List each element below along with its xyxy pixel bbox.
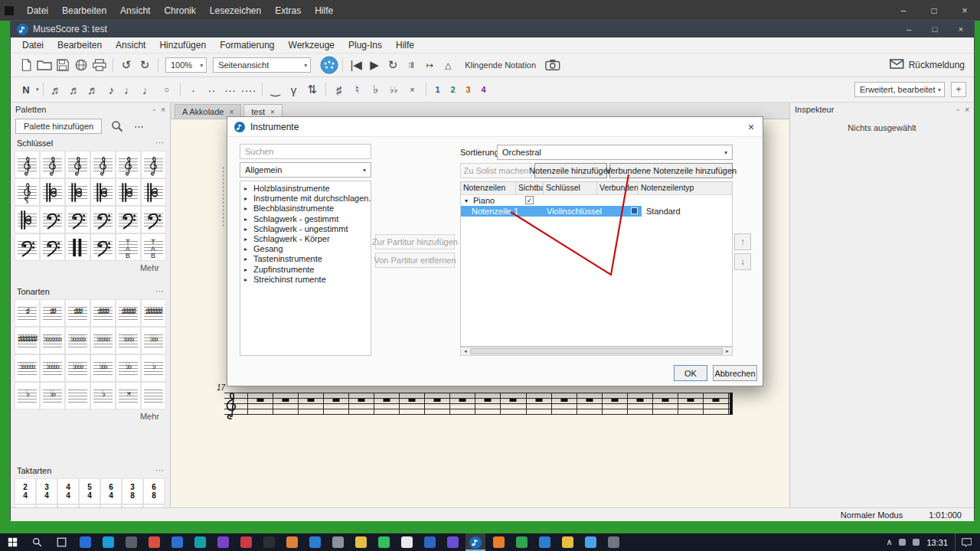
palette-cell-key-signature[interactable]: ♭♭♭	[90, 354, 116, 382]
duration-half-icon[interactable]: ♩	[139, 80, 158, 99]
taskbar-app-icon[interactable]	[511, 533, 531, 551]
repeat-icon[interactable]: ∶‖	[402, 56, 420, 74]
pan-icon[interactable]: ↦	[420, 56, 439, 74]
palette-cell-key-signature[interactable]: ×	[116, 382, 141, 409]
whole-rest[interactable]	[662, 399, 668, 402]
double-sharp-icon[interactable]: ×	[403, 80, 422, 99]
host-maximize-button[interactable]: □	[919, 0, 949, 21]
whole-rest[interactable]	[586, 399, 593, 402]
instrument-row-piano[interactable]: ▾ Piano ✓	[461, 195, 732, 206]
palette-cell-alto-clef[interactable]	[65, 178, 90, 206]
palette-cell-key-signature[interactable]: ♭♭♭♭♭	[40, 354, 65, 382]
measure[interactable]	[475, 393, 501, 415]
redo-icon[interactable]: ↻	[136, 56, 154, 74]
palette-cell-time-signature[interactable]: 98	[100, 504, 122, 507]
collapse-icon[interactable]: ▾	[465, 197, 468, 204]
palette-cell-treble8-clef[interactable]: 8	[15, 178, 40, 206]
flip-direction-icon[interactable]: ⇅	[303, 80, 322, 99]
musescore-titlebar[interactable]: MuseScore 3: test – □ ×	[11, 21, 974, 37]
taskbar-app-icon[interactable]	[190, 533, 210, 551]
whole-rest[interactable]	[384, 399, 390, 402]
taskbar-app-icon[interactable]	[488, 533, 508, 551]
palette-cell-alto-clef[interactable]	[90, 178, 116, 206]
zoom-select[interactable]: 100% ▾	[165, 57, 207, 73]
measure[interactable]	[603, 393, 628, 415]
move-staff-up-button[interactable]: ↑	[734, 233, 751, 250]
ok-button[interactable]: OK	[674, 365, 707, 381]
palette-cell-bass-clef[interactable]	[40, 206, 65, 233]
host-close-button[interactable]: ×	[949, 0, 980, 21]
taskbar-app-icon[interactable]	[420, 533, 439, 551]
close-button[interactable]: ×	[948, 21, 974, 37]
visible-checkbox[interactable]: ✓	[525, 196, 534, 204]
whole-rest[interactable]	[308, 399, 315, 402]
instrument-family[interactable]: ▸Instrumente mit durchschlagen...	[240, 194, 371, 204]
quadruple-dot-icon[interactable]: ····	[240, 80, 258, 99]
measure[interactable]	[425, 393, 450, 415]
scroll-left-icon[interactable]: ◂	[461, 347, 470, 355]
voice-1-button[interactable]: 1	[432, 83, 444, 96]
palette-cell-key-signature[interactable]: ♭♭♭♭♭♭	[65, 327, 90, 354]
add-linked-staff-button[interactable]: Verbundene Notenzeile hinzufügen	[609, 163, 733, 178]
taskbar-app-icon[interactable]	[98, 533, 118, 551]
palette-cell-key-signature[interactable]: ♭♭♭♭	[116, 327, 141, 354]
palette-cell-time-signature[interactable]: 68	[143, 478, 165, 504]
palette-cell-key-signature[interactable]	[141, 382, 166, 409]
host-menu-item[interactable]: Extras	[268, 5, 308, 16]
loop-playback-icon[interactable]: ↻	[384, 56, 402, 74]
host-menu-item[interactable]: Lesezeichen	[203, 5, 268, 16]
host-menu-item[interactable]: Ansicht	[113, 5, 157, 16]
instrument-family[interactable]: ▸Schlagwerk - gestimmt	[240, 214, 371, 224]
taskbar-app-icon[interactable]	[121, 533, 141, 551]
natural-icon[interactable]: ♮	[348, 80, 367, 99]
more-link[interactable]: Mehr	[11, 261, 170, 272]
task-view-icon[interactable]	[49, 533, 74, 551]
dialog-close-icon[interactable]: ×	[740, 117, 763, 136]
whole-rest[interactable]	[535, 399, 542, 402]
measure[interactable]	[374, 393, 400, 415]
flat-icon[interactable]: ♭	[367, 80, 385, 99]
move-staff-down-button[interactable]: ↓	[734, 253, 751, 270]
palette-cell-treble-clef[interactable]	[116, 151, 141, 178]
palette-cell-time-signature[interactable]: 54	[79, 478, 100, 504]
expand-icon[interactable]: ▸	[244, 204, 247, 214]
palette-cell-treble-clef[interactable]	[141, 151, 166, 178]
whole-rest[interactable]	[333, 399, 340, 402]
palette-cell-key-signature[interactable]: ♭♭♭	[141, 327, 166, 354]
workspace-select[interactable]: Erweitert, bearbeitet ▾	[854, 82, 945, 97]
measure[interactable]	[704, 393, 729, 415]
clock[interactable]: 13:31	[926, 538, 948, 547]
expand-icon[interactable]: ▸	[244, 254, 247, 264]
palette-cell-treble-clef[interactable]	[90, 151, 116, 178]
taskbar-app-icon[interactable]	[282, 533, 302, 551]
palette-cell-key-signature[interactable]: ♯♯	[40, 299, 65, 327]
host-menu-item[interactable]: Hilfe	[308, 5, 340, 16]
voice-3-button[interactable]: 3	[462, 83, 475, 96]
taskbar-app-icon[interactable]	[75, 533, 95, 551]
double-flat-icon[interactable]: ♭♭	[385, 80, 403, 99]
whole-rest[interactable]	[358, 399, 365, 402]
more-icon[interactable]: ⋯	[132, 120, 145, 132]
palette-cell-key-signature[interactable]: ♭	[15, 382, 40, 409]
measure[interactable]	[324, 393, 349, 415]
palette-cell-time-signature[interactable]: C	[79, 504, 100, 507]
palette-cell-time-signature[interactable]: 38	[122, 478, 143, 504]
expand-icon[interactable]: ▸	[244, 244, 247, 254]
measure[interactable]	[248, 393, 273, 415]
taskbar-app-icon[interactable]	[213, 533, 233, 551]
rewind-icon[interactable]: |◀	[347, 56, 365, 74]
instrument-family[interactable]: ▸Zupfinstrumente	[240, 265, 371, 275]
taskbar-app-icon[interactable]	[144, 533, 164, 551]
horizontal-scrollbar[interactable]: ◂ ▸	[460, 347, 733, 356]
remove-from-score-button[interactable]: Von Partitur entfernen	[375, 253, 455, 268]
image-capture-icon[interactable]	[544, 56, 562, 74]
palette-cell-time-signature[interactable]: 58	[143, 504, 165, 507]
taskbar-musescore-icon[interactable]	[466, 533, 485, 551]
taskbar-app-icon[interactable]	[397, 533, 416, 551]
measure[interactable]	[552, 393, 577, 415]
more-link[interactable]: Mehr	[11, 409, 170, 421]
add-to-score-button[interactable]: Zur Partitur hinzufügen	[375, 234, 455, 249]
palette-cell-time-signature[interactable]: 44	[57, 478, 79, 504]
host-menu-item[interactable]: Chronik	[157, 5, 202, 16]
palette-cell-key-signature[interactable]: ♯♯♯♯♯	[116, 299, 141, 327]
